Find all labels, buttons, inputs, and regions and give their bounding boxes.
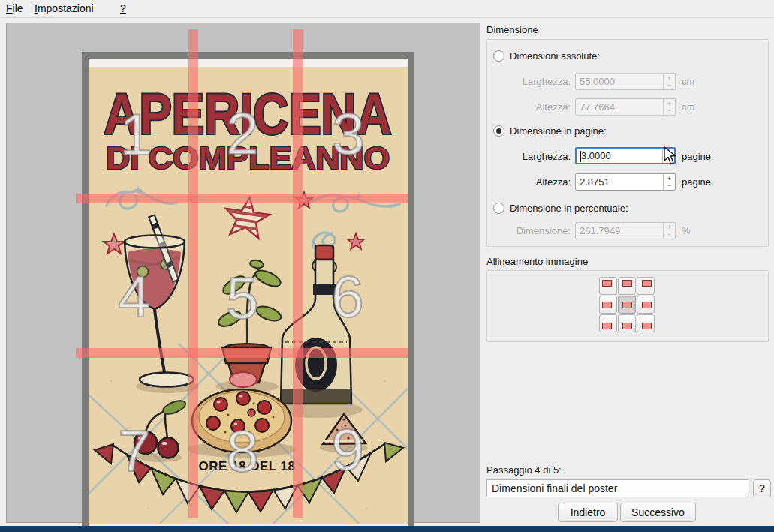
unit-dimensione-percento: % (682, 225, 691, 236)
dimension-group-box (486, 39, 769, 247)
alignment-bottom-right-icon (642, 323, 652, 329)
value-larghezza-cm: 55.0000 (580, 76, 615, 87)
radio-circle-assolute[interactable] (493, 50, 504, 62)
page-number-6: 6 (331, 267, 363, 326)
alignment-button-bottom-center[interactable] (618, 314, 636, 332)
alignment-button-top-center[interactable] (618, 277, 636, 295)
alignment-bottom-left-icon (602, 323, 612, 329)
alignment-middle-right-icon (642, 302, 652, 308)
value-altezza-pagine: 2.8751 (580, 176, 610, 188)
spin-buttons-dimensione-percento: + − (663, 223, 675, 239)
alignment-top-right-icon (642, 280, 652, 287)
spin-buttons-larghezza-pagine[interactable] (662, 149, 674, 163)
page-number-9: 9 (331, 420, 363, 479)
spin-down-icon: − (667, 231, 671, 238)
alignment-button-middle-right[interactable] (637, 296, 655, 314)
alignment-bottom-center-icon (622, 323, 632, 329)
radio-dimensioni-assolute[interactable]: Dimensioni assolute: (493, 50, 600, 62)
wizard-step-label: Passaggio 4 di 5: (486, 464, 562, 476)
menu-impostazioni[interactable]: Impostazioni (35, 2, 94, 14)
label-altezza-pagine: Altezza: (488, 176, 571, 188)
alignment-button-middle-left[interactable] (599, 296, 617, 314)
application-window: File Impostazioni ? (0, 0, 774, 532)
radio-label-percentuale: Dimensione in percentuale: (510, 203, 628, 214)
radio-circle-percentuale[interactable] (493, 203, 504, 214)
radio-dimensione-in-pagine[interactable]: Dimensione in pagine: (493, 125, 607, 137)
label-larghezza-cm: Larghezza: (488, 76, 571, 87)
unit-altezza-pagine: pagine (682, 176, 711, 188)
alignment-top-center-icon (622, 280, 632, 287)
spin-buttons-altezza-pagine[interactable]: + − (663, 174, 675, 190)
spinbox-altezza-cm: 77.7664 + − (575, 98, 676, 116)
spin-buttons-larghezza-cm: + − (663, 74, 675, 89)
dimension-group-title: Dimensione (486, 24, 538, 35)
value-larghezza-pagine: 3.0000 (581, 150, 611, 161)
wizard-step-title-field: Dimensioni finali del poster (486, 479, 748, 497)
unit-altezza-cm: cm (682, 101, 694, 113)
spinbox-larghezza-cm: 55.0000 + − (575, 73, 676, 90)
spin-down-icon: − (667, 82, 671, 89)
alignment-middle-center-icon (622, 302, 632, 308)
alignment-top-left-icon (602, 280, 612, 287)
alignment-group-title: Allineamento immagine (486, 256, 588, 267)
alignment-button-top-right[interactable] (637, 277, 655, 295)
spin-down-icon[interactable]: − (667, 182, 671, 189)
radio-circle-pagine[interactable] (493, 125, 504, 137)
page-number-7: 7 (118, 422, 150, 480)
menu-help[interactable]: ? (120, 2, 126, 14)
back-button[interactable]: Indietro (558, 503, 618, 522)
page-grid-line-vertical-1 (188, 29, 198, 518)
page-grid-line-horizontal-1 (76, 194, 408, 203)
label-dimensione-percento: Dimensione: (488, 225, 571, 236)
radio-label-assolute: Dimensioni assolute: (510, 50, 600, 62)
unit-larghezza-pagine: pagine (682, 151, 711, 162)
help-button[interactable]: ? (753, 479, 771, 497)
label-altezza-cm: Altezza: (488, 101, 571, 113)
alignment-middle-left-icon (602, 302, 612, 308)
page-grid-line-horizontal-2 (76, 348, 408, 358)
page-number-1: 1 (119, 105, 152, 164)
alignment-button-top-left[interactable] (599, 277, 617, 295)
page-number-3: 3 (332, 104, 364, 163)
label-larghezza-pagine: Larghezza: (488, 151, 571, 162)
value-altezza-cm: 77.7664 (580, 101, 615, 113)
status-bar (0, 526, 774, 532)
poster-preview-panel: APERICENA DI COMPLEANNO (6, 23, 480, 523)
spinbox-altezza-pagine[interactable]: 2.8751 + − (575, 173, 676, 191)
next-button[interactable]: Successivo (620, 503, 696, 522)
alignment-grid (599, 277, 655, 332)
page-number-8: 8 (226, 422, 258, 480)
alignment-button-bottom-left[interactable] (599, 314, 617, 332)
alignment-button-middle-center[interactable] (618, 296, 636, 314)
spinbox-dimensione-percento: 261.7949 + − (575, 222, 676, 239)
spin-buttons-altezza-cm: + − (663, 99, 675, 115)
page-number-4: 4 (118, 267, 150, 326)
spin-down-icon: − (667, 107, 671, 114)
menu-file[interactable]: File (6, 2, 23, 14)
page-number-2: 2 (226, 104, 258, 163)
unit-larghezza-cm: cm (682, 76, 694, 87)
radio-label-pagine: Dimensione in pagine: (510, 125, 607, 137)
menubar: File Impostazioni ? (0, 0, 774, 18)
page-grid-line-vertical-2 (293, 29, 303, 518)
radio-dimensione-in-percentuale[interactable]: Dimensione in percentuale: (493, 203, 628, 214)
value-dimensione-percento: 261.7949 (580, 225, 620, 236)
alignment-button-bottom-right[interactable] (637, 314, 655, 332)
spinbox-larghezza-pagine[interactable]: 3.0000 (575, 147, 676, 164)
page-number-5: 5 (226, 269, 258, 327)
